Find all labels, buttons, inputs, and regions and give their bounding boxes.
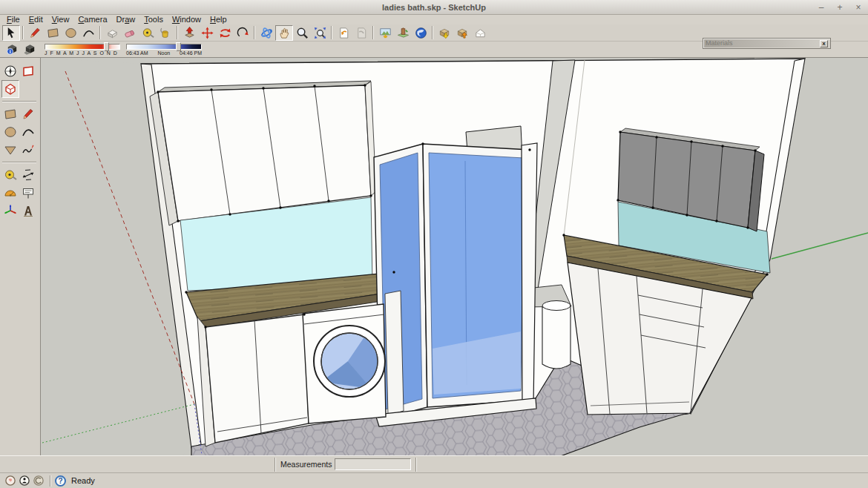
washing-machine[interactable] <box>303 304 386 423</box>
toggle-shadows-icon <box>23 42 37 56</box>
shadow-settings-button[interactable] <box>3 42 21 57</box>
menu-view[interactable]: View <box>47 15 74 24</box>
rotate-icon <box>218 26 232 40</box>
pan-hand-icon <box>277 26 292 40</box>
circle-tool-button[interactable] <box>62 25 79 41</box>
front-view-button[interactable] <box>19 62 37 80</box>
rectangle-tool-button-left[interactable] <box>1 105 19 123</box>
iso-view-icon <box>3 82 18 96</box>
protractor-tool-button[interactable] <box>1 184 19 202</box>
tape-measure-button[interactable] <box>139 25 157 41</box>
base-cabinet-left[interactable] <box>197 314 309 446</box>
menu-camera[interactable]: Camera <box>73 15 111 24</box>
get-models-icon <box>438 26 452 40</box>
share-models-icon <box>456 26 470 40</box>
orbit-tool-button[interactable] <box>257 25 275 41</box>
dimension-tool-button[interactable] <box>19 166 37 184</box>
arc-tool-button[interactable] <box>79 25 97 41</box>
geolocation-button[interactable] <box>4 475 16 487</box>
palette-spacer <box>19 80 37 98</box>
pan-tool-button[interactable] <box>275 25 293 41</box>
left-tool-palette <box>0 58 41 455</box>
measurements-input[interactable] <box>335 458 411 470</box>
select-tool-button[interactable] <box>2 25 20 41</box>
3d-scene[interactable] <box>41 58 868 455</box>
next-view-button[interactable] <box>352 25 370 41</box>
previous-view-button[interactable] <box>335 25 352 41</box>
push-pull-button[interactable] <box>180 25 198 41</box>
google-earth-icon <box>414 26 428 40</box>
claim-credit-icon <box>19 475 30 487</box>
shadow-settings-icon <box>5 42 19 56</box>
claim-credit-button[interactable] <box>18 475 30 487</box>
move-tool-button[interactable] <box>198 25 216 41</box>
polygon-tool-button[interactable] <box>1 141 19 159</box>
menu-help[interactable]: Help <box>206 15 231 24</box>
sign-in-icon <box>33 475 45 487</box>
palette-separator <box>2 101 36 102</box>
3d-text-icon <box>21 203 36 218</box>
line-tool-button[interactable] <box>26 25 44 41</box>
share-models-button[interactable] <box>453 25 471 41</box>
axes-tool-button[interactable] <box>1 202 19 220</box>
google-earth-button[interactable] <box>412 25 430 41</box>
offset-tool-button[interactable] <box>234 25 251 41</box>
sign-in-button[interactable] <box>32 475 45 487</box>
zoom-tool-button[interactable] <box>293 25 311 41</box>
circle-tool-button-left[interactable] <box>1 123 19 141</box>
tape-measure-button-left[interactable] <box>1 166 19 184</box>
shadow-date-slider[interactable] <box>45 44 120 50</box>
iso-view-button[interactable] <box>1 80 19 98</box>
zoom-extents-button[interactable] <box>311 25 329 41</box>
eraser-tool-button[interactable] <box>121 25 139 41</box>
push-pull-icon <box>183 26 197 40</box>
make-component-button[interactable] <box>103 25 121 41</box>
next-view-icon <box>355 26 369 40</box>
date-slider-thumb[interactable] <box>104 42 109 51</box>
time-slider-thumb[interactable] <box>176 42 181 51</box>
menu-tools[interactable]: Tools <box>139 15 168 24</box>
shower-enclosure[interactable] <box>374 126 537 426</box>
photo-textures-button[interactable] <box>394 25 412 41</box>
menu-draw[interactable]: Draw <box>112 15 140 24</box>
materials-close-icon[interactable]: x <box>820 40 828 47</box>
line-tool-button-left[interactable] <box>19 105 37 123</box>
toolbar-separator <box>177 26 178 39</box>
freehand-tool-button[interactable] <box>19 141 37 159</box>
rectangle-tool-button[interactable] <box>44 25 62 41</box>
measurements-label: Measurements <box>280 460 332 469</box>
materials-panel[interactable]: Materials x <box>703 38 831 49</box>
shadow-time-slider[interactable] <box>126 44 202 50</box>
tape-measure-icon <box>141 26 155 40</box>
select-icon <box>4 26 19 40</box>
title-bar[interactable]: ladies bath.skp - SketchUp – + × <box>0 0 868 15</box>
get-current-view-button[interactable] <box>376 25 394 41</box>
views-compass-button[interactable] <box>1 62 19 80</box>
menu-file[interactable]: File <box>2 15 24 24</box>
toolbar-separator <box>432 26 433 39</box>
3d-warehouse-button[interactable] <box>471 25 489 41</box>
rotate-tool-button[interactable] <box>216 25 234 41</box>
close-button[interactable]: × <box>853 2 864 13</box>
previous-view-icon <box>337 26 351 40</box>
shadow-date-control: J F M A M J J A S O N D <box>45 44 120 56</box>
polygon-icon <box>3 142 18 157</box>
arc-tool-button-left[interactable] <box>19 123 37 141</box>
paint-bucket-button[interactable] <box>157 25 174 41</box>
toggle-shadows-button[interactable] <box>21 42 39 57</box>
minimize-button[interactable]: – <box>816 2 826 13</box>
materials-panel-titlebar[interactable]: Materials x <box>704 39 829 47</box>
views-compass-icon <box>3 64 18 79</box>
pencil-icon <box>21 107 36 122</box>
text-tool-button[interactable] <box>19 184 37 202</box>
model-viewport[interactable] <box>41 58 868 455</box>
move-icon <box>200 26 214 40</box>
status-separator <box>50 475 51 487</box>
3d-text-tool-button[interactable] <box>19 202 37 220</box>
menu-edit[interactable]: Edit <box>24 15 47 24</box>
maximize-button[interactable]: + <box>835 2 845 13</box>
get-models-button[interactable] <box>435 25 453 41</box>
help-icon[interactable]: ? <box>55 475 66 487</box>
warehouse-house-icon <box>473 26 487 40</box>
menu-window[interactable]: Window <box>168 15 206 24</box>
